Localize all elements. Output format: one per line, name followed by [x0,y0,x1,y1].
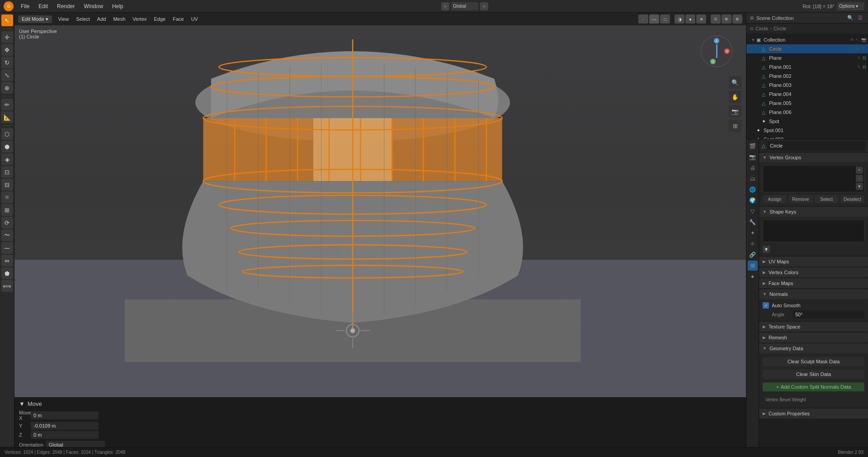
tree-row-plane001[interactable]: △ Plane.001 ↖ ⊡ [746,62,868,71]
camera-btn[interactable]: 📷 [729,105,741,118]
push-pull-tool[interactable]: ⟺ [1,280,13,292]
move-tool[interactable]: ✥ [1,44,13,56]
add-normals-btn[interactable]: + Add Custom Split Normals Data [763,382,864,391]
prop-particles-btn[interactable]: ✦ [748,228,758,238]
breadcrumb-2[interactable]: Circle [774,26,786,31]
object-name-field[interactable]: Circle [767,141,865,150]
outliner-filter-btn[interactable]: ☰ [856,14,864,22]
pan-btn[interactable]: ✋ [729,90,741,103]
vertex-group-list[interactable]: + - ▼ [763,165,864,192]
tree-row-spot001[interactable]: ✦ Spot.001 [746,126,868,135]
vertex-colors-header[interactable]: ▶ Vertex Colors [759,267,868,277]
vg-select-btn[interactable]: Select [815,195,839,203]
menu-help[interactable]: Help [108,2,127,10]
edit-mode-btn[interactable]: Edit Mode ▾ [18,15,52,23]
edge-slide-tool[interactable]: ⇔ [1,255,13,267]
gizmo-widget[interactable]: X Y Z [701,35,737,71]
menu-window[interactable]: Window [80,2,107,10]
breadcrumb-1[interactable]: Circle [755,26,768,31]
sk-more-btn[interactable]: ▼ [763,246,770,253]
proportional-icon[interactable]: ○ [480,2,488,10]
select-tool[interactable]: ↖ [1,14,13,26]
tree-row-plane003[interactable]: △ Plane.003 [746,81,868,90]
annotate-tool[interactable]: ✏ [1,99,13,110]
tree-row-circle[interactable]: △ Circle 👁 ↖ [746,44,868,53]
vg-remove-sel-btn[interactable]: Remove [788,195,812,203]
move-y-value[interactable]: -0.0109 m [31,422,99,430]
tree-row-plane004[interactable]: △ Plane.004 [746,90,868,99]
offset-edge-tool[interactable]: ⊟ [1,179,13,190]
gizmo-y-dot[interactable]: Y [710,59,716,64]
uv-maps-header[interactable]: ▶ UV Maps [759,257,868,267]
tree-row-spot002[interactable]: ✦ Spot.002 [746,135,868,139]
snap-icon[interactable]: ⊹ [441,2,449,10]
collection-expand[interactable]: ▼ [751,38,755,42]
shading-solid[interactable]: ◑ [675,14,684,24]
options-btn[interactable]: Options ▾ [837,2,864,10]
vertex-groups-header[interactable]: ▼ Vertex Groups [759,152,868,162]
poly-build-tool[interactable]: ⊞ [1,204,13,216]
vg-more-btn[interactable]: ▼ [856,183,863,190]
viewport-bg[interactable]: RRCG 素材 [14,25,746,447]
tree-row-plane006[interactable]: △ Plane.006 [746,108,868,117]
move-z-value[interactable]: 0 m [31,431,99,439]
gizmo-x-dot[interactable]: X [724,48,730,54]
orientation-value[interactable]: Global [46,441,105,447]
tree-row-spot[interactable]: ✦ Spot [746,117,868,126]
shading-material[interactable]: ● [685,14,695,24]
prop-output-btn[interactable]: 🖨 [748,163,758,173]
prop-physics-btn[interactable]: ⚛ [748,239,758,249]
normals-header[interactable]: ▼ Normals [759,289,868,299]
face-menu[interactable]: Face [170,15,186,23]
vis-eye[interactable]: 👁 [849,38,854,42]
extrude-tool[interactable]: ⬡ [1,128,13,140]
vg-assign-btn[interactable]: Assign [763,195,787,203]
viewport-area[interactable]: Edit Mode ▾ View Select Add Mesh Vertex … [14,13,746,447]
loop-cut-tool[interactable]: ⊡ [1,166,13,178]
face-maps-header[interactable]: ▶ Face Maps [759,278,868,288]
geometry-data-header[interactable]: ▼ Geometry Data [759,343,868,353]
tree-row-plane002[interactable]: △ Plane.002 [746,71,868,81]
transform-global[interactable]: Global [451,2,478,10]
prop-viewlayer-btn[interactable]: 🗂 [748,174,758,184]
inset-tool[interactable]: ⬢ [1,141,13,152]
remesh-header[interactable]: ▶ Remesh [759,333,868,343]
auto-smooth-checkbox[interactable]: ✓ [763,302,769,309]
tree-row-plane[interactable]: △ Plane ↖ ⊡ [746,53,868,62]
plane-vis[interactable]: ↖ [857,56,862,60]
overlay-btn[interactable]: ⊙ [711,14,721,24]
frame-btn[interactable]: ⊞ [729,119,741,132]
texture-space-header[interactable]: ▶ Texture Space [759,322,868,332]
plane001-vis[interactable]: ↖ [857,65,862,69]
snap-btn[interactable]: ⊗ [732,14,742,24]
tree-row-plane005[interactable]: △ Plane.005 [746,99,868,108]
mesh-menu[interactable]: Mesh [110,15,128,23]
view-menu[interactable]: View [56,15,72,23]
prop-sceneprops-btn[interactable]: 🌐 [748,185,758,195]
outliner-search-btn[interactable]: 🔍 [846,14,854,22]
clear-sculpt-btn[interactable]: Clear Sculpt Mask Data [763,357,864,366]
randomize-tool[interactable]: ⁓ [1,242,13,254]
zoom-in-btn[interactable]: 🔍 [729,76,741,89]
circle-vis-eye[interactable]: 👁 [855,47,860,51]
add-menu[interactable]: Add [94,15,109,23]
cursor-tool[interactable]: ✛ [1,31,13,43]
menu-render[interactable]: Render [53,2,78,10]
vis-select[interactable]: ↖ [855,38,860,42]
prop-object-btn[interactable]: ▽ [748,206,758,216]
menu-file[interactable]: File [17,2,33,10]
vg-add-btn[interactable]: + [856,167,863,174]
measure-tool[interactable]: 📐 [1,111,13,123]
bevel-tool[interactable]: ◈ [1,153,13,165]
shading-rendered[interactable]: ☀ [696,14,706,24]
knife-tool[interactable]: ⌗ [1,191,13,203]
vertex-menu[interactable]: Vertex [130,15,149,23]
vg-remove-btn[interactable]: - [856,175,863,182]
face-select-mode[interactable]: □ [660,14,670,24]
gizmo-z-dot[interactable]: Z [714,38,719,43]
shrink-fatten-tool[interactable]: ⬟ [1,267,13,279]
spin-tool[interactable]: ⟳ [1,217,13,228]
prop-data-btn[interactable]: ⊞ [748,261,758,271]
edge-select-mode[interactable]: — [649,14,659,24]
transform-tool[interactable]: ⊕ [1,82,13,94]
